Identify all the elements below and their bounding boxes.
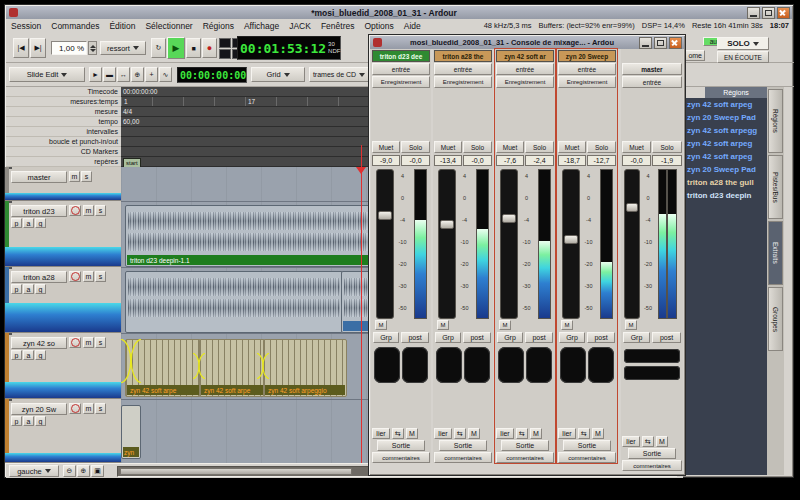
strip-record-button[interactable]: Enregistrement <box>558 76 616 88</box>
meter-reset-button[interactable]: M <box>375 320 387 330</box>
record-enable-button[interactable] <box>69 403 81 414</box>
region-name-bar[interactable]: zyn <box>123 447 139 457</box>
track-name-button[interactable]: triton d23 <box>11 205 67 217</box>
strip-solo-button[interactable]: Solo <box>463 141 492 153</box>
strip-name-button[interactable]: triton d23 dee <box>372 50 430 62</box>
maximize-icon[interactable] <box>762 7 775 19</box>
region-list-item[interactable]: triton a28 the gull <box>683 176 767 189</box>
menu-item[interactable]: JACK <box>284 21 316 31</box>
group-button[interactable]: g <box>35 218 46 228</box>
track-solo-button[interactable]: s <box>95 403 106 414</box>
minimize-icon[interactable] <box>639 37 652 49</box>
strip-mute-button[interactable]: Muet <box>372 141 400 153</box>
gain-display[interactable]: -18,7 <box>558 155 586 166</box>
track-solo-button[interactable]: s <box>95 271 106 282</box>
zoom-focus-combo[interactable]: gauche <box>9 465 59 477</box>
menu-item[interactable]: Options <box>359 21 398 31</box>
strip-name-button[interactable]: master <box>622 63 682 75</box>
playlist-button[interactable]: p <box>11 284 22 294</box>
metering-point-button[interactable]: post <box>401 332 429 343</box>
automation-button[interactable]: a <box>23 284 34 294</box>
panner-control[interactable] <box>624 349 680 363</box>
comments-button[interactable]: commentaires <box>434 452 492 463</box>
fader-handle[interactable] <box>440 220 454 229</box>
panner-control[interactable] <box>498 347 524 383</box>
playhead[interactable] <box>361 145 362 463</box>
automation-button[interactable]: a <box>23 218 34 228</box>
menu-item[interactable]: Régions <box>198 21 239 31</box>
menu-item[interactable]: Aide <box>399 21 426 31</box>
strip-input-button[interactable]: entrée <box>558 63 616 75</box>
close-icon[interactable] <box>777 7 790 19</box>
tool-grab-button[interactable]: ► <box>89 67 102 82</box>
spin-up-icon[interactable] <box>90 45 96 48</box>
track-mute-button[interactable]: m <box>83 337 94 348</box>
strip-input-button[interactable]: entrée <box>372 63 430 75</box>
metering-point-button[interactable]: post <box>587 332 615 343</box>
region-list-item[interactable]: zyn 42 soft arpegg <box>683 124 767 137</box>
strip-name-button[interactable]: zyn 20 Sweep <box>558 50 616 62</box>
pan-link-button[interactable]: lier <box>372 428 390 439</box>
goto-end-button[interactable]: ▶| <box>30 38 46 58</box>
mixer-titlebar[interactable]: mosi_bluedid_2008_01_31 - Console de mix… <box>370 36 684 49</box>
strip-name-button[interactable]: zyn 42 soft ar <box>496 50 554 62</box>
zoom-out-button[interactable]: ⊖ <box>63 465 76 477</box>
fader-handle[interactable] <box>378 211 392 220</box>
panner-control[interactable] <box>624 366 680 380</box>
stop-button[interactable]: ■ <box>186 38 201 58</box>
track-solo-button[interactable]: s <box>81 171 92 182</box>
strip-solo-button[interactable]: Solo <box>652 141 682 153</box>
group-button[interactable]: Grp <box>373 332 399 343</box>
strip-mute-button[interactable]: Muet <box>622 141 651 153</box>
close-icon[interactable] <box>669 37 682 49</box>
gain-fader[interactable] <box>376 169 394 319</box>
playlist-button[interactable]: p <box>11 218 22 228</box>
fader-handle[interactable] <box>626 203 638 212</box>
panner-control[interactable] <box>402 347 428 383</box>
side-tab[interactable]: Régions <box>768 89 783 153</box>
scrollbar-thumb[interactable] <box>120 468 352 475</box>
zoom-in-button[interactable]: ⊕ <box>77 465 90 477</box>
metering-point-button[interactable]: post <box>463 332 491 343</box>
pan-link-button[interactable]: lier <box>434 428 452 439</box>
edit-mode-combo[interactable]: Slide Edit <box>9 67 85 82</box>
track-solo-button[interactable]: s <box>95 337 106 348</box>
group-button[interactable]: Grp <box>435 332 461 343</box>
zoom-fit-button[interactable]: ▣ <box>91 465 104 477</box>
tool-range-button[interactable]: ▬ <box>103 67 116 82</box>
audio-region[interactable] <box>125 271 343 333</box>
track-name-button[interactable]: zyn 42 so <box>11 337 67 349</box>
output-button[interactable]: Sortie <box>377 440 425 451</box>
automation-button[interactable]: a <box>23 350 34 360</box>
fader-handle[interactable] <box>564 235 578 244</box>
group-button[interactable]: g <box>35 350 46 360</box>
track-name-button[interactable]: zyn 20 Sw <box>11 403 67 415</box>
strip-mute-button[interactable]: Muet <box>434 141 462 153</box>
gain-fader[interactable] <box>624 169 640 319</box>
strip-solo-button[interactable]: Solo <box>525 141 554 153</box>
strip-record-button[interactable]: Enregistrement <box>434 76 492 88</box>
pan-link-button[interactable]: lier <box>558 428 576 439</box>
strip-record-button[interactable]: Enregistrement <box>372 76 430 88</box>
track-mute-button[interactable]: m <box>83 205 94 216</box>
pan-link-direction-button[interactable]: ⇆ <box>392 428 404 439</box>
pan-mono-button[interactable]: M <box>406 428 418 439</box>
record-enable-button[interactable] <box>69 205 81 216</box>
audio-region[interactable]: zyn 42 soft arpe <box>199 339 265 397</box>
region-list-item[interactable]: zyn 42 soft arpeg <box>683 150 767 163</box>
strip-record-button[interactable]: Enregistrement <box>496 76 554 88</box>
side-tab[interactable]: Extraits <box>768 221 783 285</box>
pan-link-direction-button[interactable]: ⇆ <box>454 428 466 439</box>
pan-mono-button[interactable]: M <box>592 428 604 439</box>
solo-combo[interactable]: SOLO <box>717 37 769 50</box>
tool-zoom-button[interactable]: ⊕ <box>131 67 144 82</box>
playlist-button[interactable]: p <box>11 416 22 426</box>
region-list-item[interactable]: zyn 42 soft arpeg <box>683 137 767 150</box>
maximize-icon[interactable] <box>654 37 667 49</box>
strip-input-button[interactable]: entrée <box>622 76 682 88</box>
meter-reset-button[interactable]: M <box>561 320 573 330</box>
panner-control[interactable] <box>526 347 552 383</box>
region-name-bar[interactable]: zyn 42 soft arpeggio <box>265 385 345 395</box>
output-button[interactable]: Sortie <box>501 440 549 451</box>
fader-handle[interactable] <box>502 214 516 223</box>
